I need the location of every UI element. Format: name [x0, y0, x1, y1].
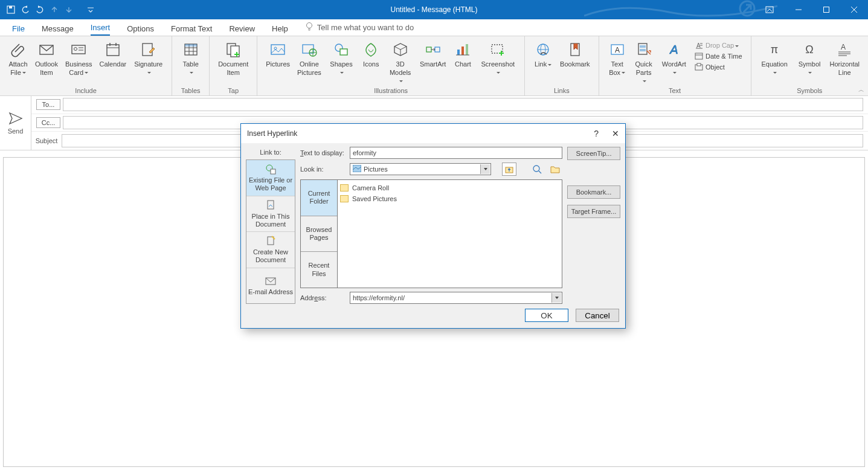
subject-label: Subject	[31, 137, 62, 144]
outlook-item-button[interactable]: Outlook Item	[31, 39, 62, 87]
table-icon	[181, 40, 201, 59]
dropdown-arrow-icon[interactable]	[551, 293, 561, 303]
object-button[interactable]: Object	[695, 63, 742, 71]
linkto-email-address[interactable]: E-mail Address	[246, 268, 295, 304]
qat-customize-icon[interactable]	[86, 5, 95, 14]
tab-review[interactable]: Review	[229, 24, 255, 36]
to-button[interactable]: To...	[36, 99, 60, 110]
target-frame-button[interactable]: Target Frame...	[567, 205, 620, 218]
smartart-button[interactable]: SmartArt	[416, 39, 449, 87]
navtab-current-folder[interactable]: Current Folder	[301, 180, 337, 216]
bookmark-dialog-button[interactable]: Bookmark...	[567, 185, 620, 199]
ribbon-tabs: File Message Insert Options Format Text …	[0, 19, 868, 36]
hline-icon: A	[835, 40, 854, 59]
date-time-button[interactable]: Date & Time	[695, 52, 742, 60]
cc-button[interactable]: Cc...	[36, 117, 60, 128]
undo-icon[interactable]	[21, 5, 30, 14]
tab-message[interactable]: Message	[42, 24, 74, 36]
linkto-existing-file[interactable]: Existing File or Web Page	[246, 160, 295, 196]
svg-rect-54	[640, 49, 646, 51]
collapse-ribbon-icon[interactable]: ︿	[858, 86, 864, 94]
bookmark-button[interactable]: Bookmark	[556, 39, 594, 87]
insert-hyperlink-dialog: Insert Hyperlink ? ✕ Link to: Existing F…	[240, 123, 626, 329]
look-in-combo[interactable]: Pictures	[350, 163, 491, 175]
file-item[interactable]: Camera Roll	[340, 182, 559, 193]
navtab-browsed-pages[interactable]: Browsed Pages	[301, 216, 337, 253]
pictures-icon	[268, 40, 288, 59]
tell-me-search[interactable]: Tell me what you want to do	[305, 22, 414, 36]
linkto-place-in-doc[interactable]: Place in This Document	[246, 196, 295, 233]
text-to-display-input[interactable]: eformity	[350, 147, 562, 159]
pictures-button[interactable]: Pictures	[262, 39, 294, 87]
dialog-help-icon[interactable]: ?	[594, 129, 599, 138]
minimize-button[interactable]	[785, 0, 812, 19]
horizontal-line-button[interactable]: AHorizontal Line	[826, 39, 863, 87]
group-text-label: Text	[599, 87, 751, 95]
icons-icon	[361, 40, 381, 59]
ribbon-display-options[interactable]	[756, 0, 783, 19]
tab-file[interactable]: File	[12, 24, 25, 36]
svg-text:Ω: Ω	[805, 43, 813, 56]
text-box-button[interactable]: AText Box	[604, 39, 631, 87]
business-card-button[interactable]: Business Card	[62, 39, 96, 87]
3d-models-button[interactable]: 3D Models	[384, 39, 416, 87]
3d-models-icon	[391, 40, 410, 59]
symbol-button[interactable]: ΩSymbol	[793, 39, 826, 87]
chart-button[interactable]: Chart	[449, 39, 476, 87]
redo-icon[interactable]	[35, 5, 45, 14]
up-one-level-button[interactable]	[502, 163, 516, 176]
navtab-recent-files[interactable]: Recent Files	[301, 252, 337, 288]
calendar-button[interactable]: Calendar	[96, 39, 130, 87]
prev-icon[interactable]	[50, 5, 59, 14]
dialog-title: Insert Hyperlink	[247, 129, 297, 138]
group-include-label: Include	[0, 87, 172, 95]
ok-button[interactable]: OK	[525, 309, 568, 322]
tab-insert[interactable]: Insert	[91, 23, 111, 36]
cancel-button[interactable]: Cancel	[576, 309, 619, 322]
next-icon[interactable]	[64, 5, 74, 14]
dialog-close-icon[interactable]: ✕	[612, 129, 619, 138]
svg-rect-1	[9, 6, 12, 8]
window-title: Untitled - Message (HTML)	[390, 5, 477, 14]
document-item-icon	[223, 40, 243, 59]
tab-options[interactable]: Options	[127, 24, 154, 36]
screenshot-button[interactable]: Screenshot	[476, 39, 519, 87]
svg-rect-20	[143, 43, 152, 56]
svg-rect-73	[268, 237, 274, 245]
svg-rect-63	[697, 63, 701, 66]
titlebar: Untitled - Message (HTML)	[0, 0, 868, 19]
save-icon[interactable]	[6, 5, 16, 14]
browse-file-button[interactable]	[548, 163, 562, 176]
group-illustrations-label: Illustrations	[257, 87, 524, 95]
online-pictures-button[interactable]: Online Pictures	[294, 39, 325, 87]
table-button[interactable]: Table	[177, 39, 204, 87]
icons-button[interactable]: Icons	[358, 39, 384, 87]
group-tables-label: Tables	[172, 87, 209, 95]
maximize-button[interactable]	[812, 0, 840, 19]
link-button[interactable]: Link	[530, 39, 556, 87]
dropdown-arrow-icon[interactable]	[480, 164, 490, 174]
browse-web-button[interactable]	[530, 163, 544, 176]
shapes-button[interactable]: Shapes	[325, 39, 358, 87]
send-button[interactable]: Send	[0, 96, 31, 150]
attach-file-button[interactable]: Attach File	[5, 39, 31, 87]
tab-format-text[interactable]: Format Text	[171, 24, 212, 36]
address-input[interactable]: https://eformity.nl/	[350, 292, 562, 304]
file-list[interactable]: Camera Roll Saved Pictures	[338, 179, 562, 288]
wordart-button[interactable]: AWordArt	[657, 39, 691, 87]
equation-button[interactable]: πEquation	[756, 39, 793, 87]
tab-help[interactable]: Help	[272, 24, 288, 36]
lightbulb-icon	[305, 22, 313, 33]
drop-cap-button[interactable]: ADrop Cap	[695, 41, 742, 50]
signature-button[interactable]: Signature	[130, 39, 167, 87]
svg-rect-53	[640, 45, 646, 48]
close-button[interactable]	[840, 0, 868, 19]
file-item[interactable]: Saved Pictures	[340, 193, 559, 204]
quick-parts-button[interactable]: Quick Parts	[631, 39, 657, 87]
to-field[interactable]	[63, 98, 863, 111]
text-to-display-label: Text to display:	[300, 149, 346, 156]
linkto-create-new-doc[interactable]: Create New Document	[246, 232, 295, 268]
svg-text:A: A	[696, 42, 701, 49]
document-item-button[interactable]: Document Item	[214, 39, 252, 87]
screentip-button[interactable]: ScreenTip...	[567, 147, 620, 160]
